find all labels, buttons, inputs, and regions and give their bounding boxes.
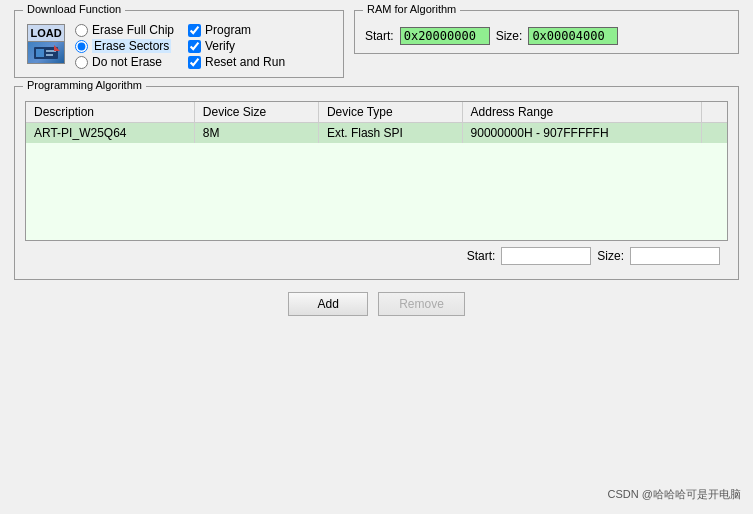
algo-start-input[interactable] [501,247,591,265]
download-function-group: Download Function LOAD [14,10,344,78]
erase-full-radio[interactable] [75,24,88,37]
col-address-range: Address Range [462,102,701,123]
checkbox-program[interactable]: Program [188,23,285,37]
add-button[interactable]: Add [288,292,368,316]
radio-erase-full[interactable]: Erase Full Chip [75,23,174,37]
erase-sectors-radio[interactable] [75,40,88,53]
radio-group: Erase Full Chip Erase Sectors Do not Era… [75,23,174,69]
reset-run-checkbox[interactable] [188,56,201,69]
ram-size-input[interactable] [528,27,618,45]
ram-algorithm-title: RAM for Algorithm [363,3,460,15]
algo-bottom-fields: Start: Size: [25,241,728,271]
table-row-empty-1 [26,143,727,163]
cell-device-type: Ext. Flash SPI [318,123,462,144]
cell-extra [702,123,728,144]
remove-button[interactable]: Remove [378,292,465,316]
svg-marker-4 [54,45,60,51]
programming-algorithm-group: Programming Algorithm Description Device… [14,86,739,280]
cell-device-size: 8M [194,123,318,144]
algo-size-label: Size: [597,249,624,263]
main-container: Download Function LOAD [0,0,753,326]
load-icon-text: LOAD [27,24,65,42]
ram-algorithm-group: RAM for Algorithm Start: Size: [354,10,739,54]
col-device-type: Device Type [318,102,462,123]
radio-erase-sectors[interactable]: Erase Sectors [75,39,174,53]
verify-checkbox[interactable] [188,40,201,53]
algo-start-label: Start: [467,249,496,263]
col-device-size: Device Size [194,102,318,123]
verify-label[interactable]: Verify [205,39,235,53]
cell-address-range: 90000000H - 907FFFFFH [462,123,701,144]
table-row[interactable]: ART-PI_W25Q64 8M Ext. Flash SPI 90000000… [26,123,727,144]
checkbox-group: Program Verify Reset and Run [188,23,285,69]
algo-table: Description Device Size Device Type Addr… [26,102,727,223]
load-icon: LOAD [25,23,67,65]
table-row-empty-3 [26,183,727,203]
program-label[interactable]: Program [205,23,251,37]
radio-do-not-erase[interactable]: Do not Erase [75,55,174,69]
download-function-inner: LOAD Erase Fu [25,23,333,69]
algo-table-header: Description Device Size Device Type Addr… [26,102,727,123]
ram-start-input[interactable] [400,27,490,45]
programming-algorithm-title: Programming Algorithm [23,79,146,91]
svg-rect-1 [36,49,44,57]
table-row-empty-4 [26,203,727,223]
buttons-row: Add Remove [14,292,739,316]
erase-sectors-label[interactable]: Erase Sectors [92,39,171,53]
reset-run-label[interactable]: Reset and Run [205,55,285,69]
ram-size-label: Size: [496,29,523,43]
col-extra [702,102,728,123]
do-not-erase-label[interactable]: Do not Erase [92,55,162,69]
table-row-empty-2 [26,163,727,183]
do-not-erase-radio[interactable] [75,56,88,69]
algo-size-input[interactable] [630,247,720,265]
checkbox-verify[interactable]: Verify [188,39,285,53]
ram-fields: Start: Size: [365,27,728,45]
algo-table-wrapper: Description Device Size Device Type Addr… [25,101,728,241]
erase-full-label[interactable]: Erase Full Chip [92,23,174,37]
checkbox-reset-run[interactable]: Reset and Run [188,55,285,69]
top-row: Download Function LOAD [14,10,739,78]
load-icon-image [27,42,65,64]
program-checkbox[interactable] [188,24,201,37]
watermark: CSDN @哈哈哈可是开电脑 [608,487,741,502]
download-function-title: Download Function [23,3,125,15]
cell-description: ART-PI_W25Q64 [26,123,194,144]
col-description: Description [26,102,194,123]
ram-start-label: Start: [365,29,394,43]
svg-rect-3 [46,54,53,56]
